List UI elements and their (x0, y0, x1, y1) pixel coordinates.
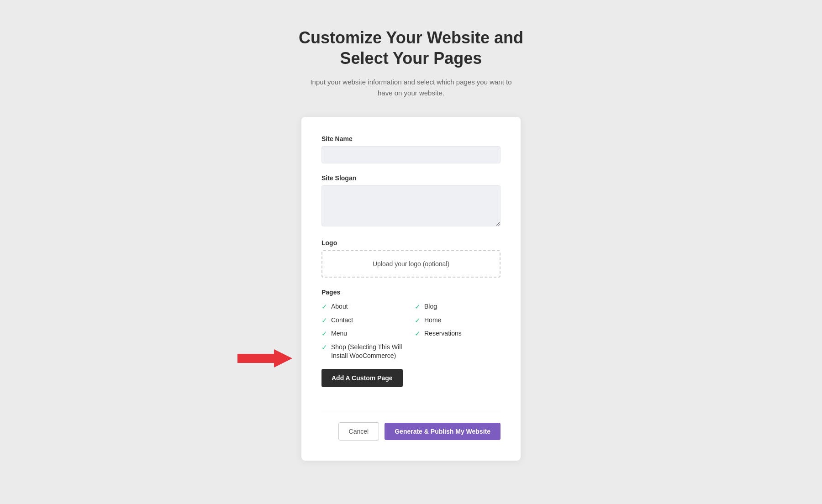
page-label-contact: Contact (331, 316, 353, 325)
arrow-indicator (237, 347, 292, 369)
page-label-shop: Shop (Selecting This Will Install WooCom… (331, 343, 407, 361)
site-slogan-label: Site Slogan (321, 174, 501, 182)
site-slogan-input[interactable] (321, 185, 501, 226)
page-title: Customize Your Website and Select Your P… (299, 27, 523, 68)
add-custom-page-button[interactable]: Add A Custom Page (321, 369, 403, 387)
pages-grid: ✓ About ✓ Blog ✓ Contact ✓ Home (321, 302, 501, 361)
page-label-menu: Menu (331, 329, 347, 338)
pages-section: Pages ✓ About ✓ Blog ✓ Contact (321, 289, 501, 400)
generate-publish-button[interactable]: Generate & Publish My Website (385, 423, 501, 440)
page-header: Customize Your Website and Select Your P… (299, 27, 523, 99)
page-item-contact[interactable]: ✓ Contact (321, 316, 407, 325)
pages-label: Pages (321, 289, 501, 296)
check-icon-home: ✓ (415, 316, 421, 325)
page-item-menu[interactable]: ✓ Menu (321, 329, 407, 338)
page-item-reservations[interactable]: ✓ Reservations (415, 329, 501, 338)
page-item-about[interactable]: ✓ About (321, 302, 407, 311)
logo-upload-text: Upload your logo (optional) (373, 260, 449, 268)
page-label-reservations: Reservations (424, 329, 462, 338)
page-item-home[interactable]: ✓ Home (415, 316, 501, 325)
check-icon-menu: ✓ (321, 330, 327, 338)
svg-marker-0 (237, 349, 292, 368)
site-slogan-field: Site Slogan (321, 174, 501, 228)
page-subtitle: Input your website information and selec… (306, 77, 516, 99)
cancel-button[interactable]: Cancel (338, 422, 379, 441)
site-name-field: Site Name (321, 135, 501, 163)
check-icon-about: ✓ (321, 303, 327, 311)
card-wrapper: Site Name Site Slogan Logo Upload your l… (301, 117, 521, 461)
check-icon-blog: ✓ (415, 303, 421, 311)
check-icon-reservations: ✓ (415, 330, 421, 338)
page-label-blog: Blog (424, 302, 437, 311)
page-label-about: About (331, 302, 348, 311)
site-name-label: Site Name (321, 135, 501, 142)
page-item-blog[interactable]: ✓ Blog (415, 302, 501, 311)
logo-field: Logo Upload your logo (optional) (321, 239, 501, 278)
logo-label: Logo (321, 239, 501, 247)
footer-actions: Cancel Generate & Publish My Website (321, 411, 501, 441)
check-icon-contact: ✓ (321, 316, 327, 325)
page-label-home: Home (424, 316, 441, 325)
logo-upload-area[interactable]: Upload your logo (optional) (321, 250, 501, 278)
page-item-shop[interactable]: ✓ Shop (Selecting This Will Install WooC… (321, 343, 407, 361)
site-name-input[interactable] (321, 146, 501, 163)
form-card: Site Name Site Slogan Logo Upload your l… (301, 117, 521, 461)
check-icon-shop: ✓ (321, 343, 327, 352)
